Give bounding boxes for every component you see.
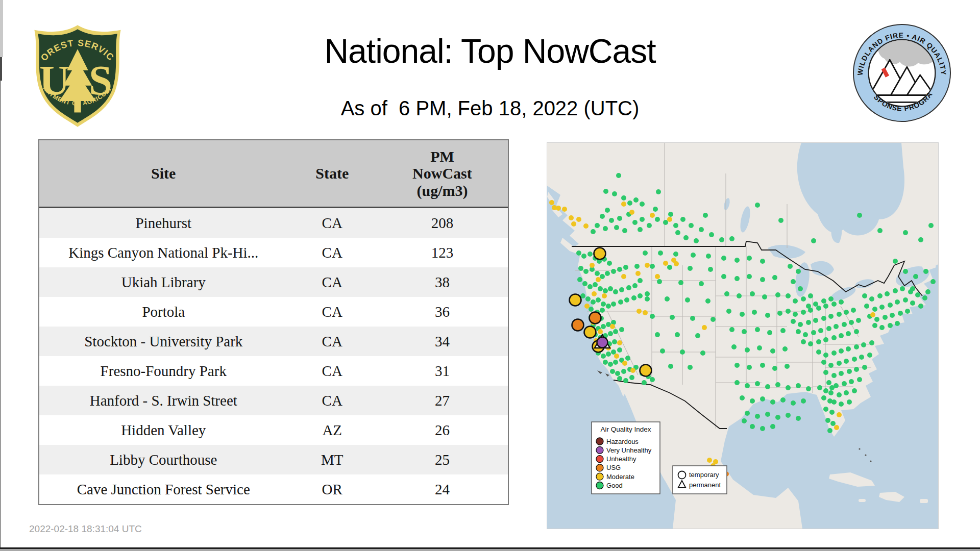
good-monitor-dot — [760, 259, 765, 264]
site-cell: Kings Canyon National Pk-Hi... — [39, 244, 288, 261]
good-monitor-dot — [613, 329, 618, 334]
good-monitor-dot — [869, 340, 874, 345]
good-monitor-dot — [729, 327, 734, 332]
state-cell: CA — [288, 274, 377, 291]
good-monitor-dot — [623, 378, 628, 383]
good-monitor-dot — [895, 321, 900, 326]
good-monitor-dot — [780, 328, 786, 333]
good-monitor-dot — [699, 227, 704, 232]
good-monitor-dot — [745, 383, 750, 388]
good-monitor-dot — [898, 311, 903, 316]
good-monitor-dot — [710, 317, 716, 322]
good-monitor-dot — [791, 279, 796, 284]
moderate-monitor-dot — [617, 340, 622, 345]
moderate-monitor-dot — [702, 325, 707, 330]
good-monitor-dot — [839, 348, 844, 354]
good-monitor-dot — [922, 295, 927, 300]
column-header-state: State — [288, 165, 377, 182]
hazardous-legend-label: Hazardous — [606, 438, 639, 445]
good-monitor-dot — [903, 269, 908, 274]
good-legend-swatch — [596, 482, 603, 489]
good-monitor-dot — [786, 413, 791, 418]
good-monitor-dot — [685, 297, 690, 303]
good-monitor-dot — [846, 331, 851, 336]
state-cell: CA — [288, 304, 377, 320]
good-monitor-dot — [869, 296, 874, 302]
good-monitor-dot — [678, 280, 683, 285]
good-monitor-dot — [839, 402, 844, 407]
aqi-legend: Air Quality Index HazardousVery Unhealth… — [592, 422, 660, 494]
good-monitor-dot — [913, 274, 918, 279]
good-monitor-dot — [734, 258, 740, 263]
good-monitor-dot — [752, 310, 757, 315]
good-monitor-dot — [821, 395, 826, 400]
good-monitor-dot — [640, 202, 645, 207]
good-monitor-dot — [729, 236, 734, 241]
good-monitor-dot — [587, 284, 593, 289]
good-monitor-dot — [890, 313, 895, 318]
good-monitor-dot — [803, 332, 808, 337]
moderate-monitor-dot — [569, 215, 574, 220]
top-site-marker — [572, 319, 584, 331]
good-monitor-dot — [816, 349, 821, 355]
good-monitor-dot — [796, 416, 801, 421]
page-subtitle: As of 6 PM, Feb 18, 2022 (UTC) — [0, 97, 980, 120]
good-monitor-dot — [581, 254, 586, 259]
good-monitor-dot — [603, 189, 608, 194]
good-monitor-dot — [842, 322, 847, 327]
good-monitor-dot — [831, 373, 837, 378]
national-aqi-map: Air Quality Index HazardousVery Unhealth… — [547, 142, 939, 529]
good-monitor-dot — [755, 381, 760, 386]
good-monitor-dot — [622, 228, 627, 233]
good-monitor-dot — [721, 256, 726, 261]
moderate-monitor-dot — [602, 293, 607, 298]
good-monitor-dot — [624, 297, 629, 303]
unhealthy-legend-label: Unhealthy — [606, 455, 636, 463]
good-monitor-dot — [747, 256, 752, 261]
good-monitor-dot — [829, 410, 835, 415]
good-monitor-dot — [856, 318, 861, 323]
good-monitor-dot — [645, 291, 650, 296]
good-monitor-dot — [745, 347, 750, 353]
good-monitor-dot — [747, 274, 752, 279]
top-site-marker — [597, 337, 608, 348]
good-monitor-dot — [601, 302, 606, 307]
moderate-monitor-dot — [596, 277, 601, 282]
good-monitor-dot — [903, 230, 908, 235]
good-monitor-dot — [755, 203, 760, 208]
good-monitor-dot — [745, 411, 750, 416]
good-monitor-dot — [627, 201, 632, 206]
good-monitor-dot — [801, 296, 806, 302]
moderate-monitor-dot — [674, 261, 679, 266]
table-row: Kings Canyon National Pk-Hi...CA123 — [39, 238, 508, 267]
site-cell: Cave Junction Forest Service — [39, 481, 288, 498]
good-monitor-dot — [791, 400, 796, 406]
good-legend-label: Good — [606, 482, 623, 489]
good-monitor-dot — [823, 407, 828, 412]
good-monitor-dot — [831, 302, 837, 307]
good-monitor-dot — [839, 371, 844, 376]
good-monitor-dot — [611, 302, 616, 307]
map-svg: Air Quality Index HazardousVery Unhealth… — [547, 143, 938, 529]
good-monitor-dot — [801, 310, 806, 315]
good-monitor-dot — [623, 265, 628, 270]
good-monitor-dot — [872, 323, 877, 328]
good-monitor-dot — [806, 386, 811, 391]
good-monitor-dot — [830, 421, 836, 426]
table-header-row: Site State PM NowCast (ug/m3) — [39, 140, 508, 208]
good-monitor-dot — [632, 220, 638, 225]
table-row: PortolaCA36 — [39, 297, 508, 327]
good-monitor-dot — [872, 307, 877, 312]
good-monitor-dot — [633, 197, 639, 203]
good-monitor-dot — [750, 398, 755, 404]
moderate-monitor-dot — [598, 329, 603, 334]
good-monitor-dot — [918, 304, 923, 309]
good-monitor-dot — [786, 385, 791, 390]
good-monitor-dot — [888, 323, 893, 328]
moderate-monitor-dot — [834, 425, 839, 430]
good-monitor-dot — [613, 360, 618, 365]
good-monitor-dot — [837, 361, 842, 366]
pm-nowcast-cell: 38 — [377, 274, 508, 291]
good-monitor-dot — [782, 346, 788, 352]
state-cell: CA — [288, 363, 377, 380]
